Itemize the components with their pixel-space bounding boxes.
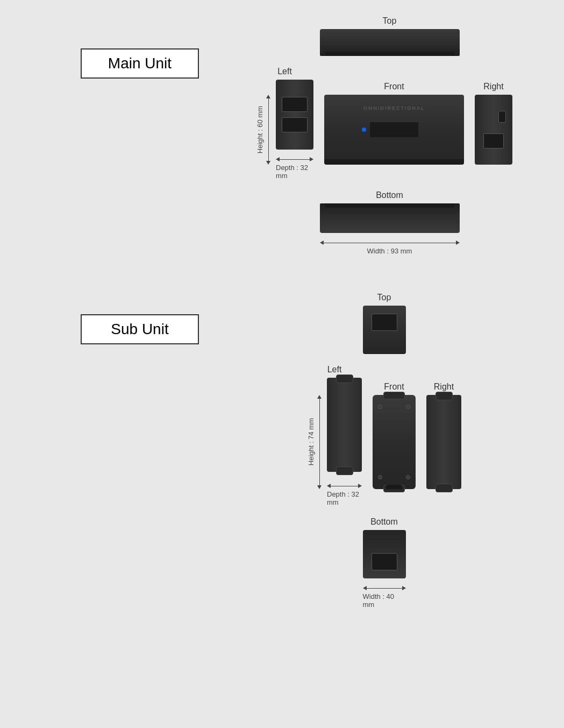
sub-front-clip-top [383, 392, 405, 399]
sub-top-view: Top [363, 293, 406, 354]
main-height-label: Height : 60 mm [256, 106, 264, 153]
sub-bottom-label: Bottom [370, 517, 398, 527]
main-front-label: Front [384, 82, 404, 91]
sub-left-label: Left [327, 365, 342, 374]
sub-width-arrow-right [402, 586, 406, 590]
sub-height-arrow-up [317, 395, 322, 399]
sub-width-arrow-left [363, 586, 367, 590]
sub-right-label: Right [434, 382, 454, 392]
sub-depth-arrow-left [327, 484, 331, 488]
main-unit-section: Main Unit Top Left [22, 16, 542, 255]
sub-front-device [373, 395, 416, 489]
sub-height-label: Height : 74 mm [307, 418, 315, 465]
sub-height-arrow-down [317, 485, 322, 489]
sub-top-label: Top [377, 293, 391, 302]
main-right-label: Right [483, 82, 503, 91]
sub-width-label: Width : 40 mm [363, 592, 406, 609]
main-depth-arrow [276, 157, 313, 161]
sub-bottom-device [363, 530, 406, 578]
height-arrow-up [266, 95, 270, 98]
sub-screw-tl [378, 405, 382, 409]
depth-arrow-left [276, 157, 280, 161]
depth-arrow-right [310, 157, 313, 161]
main-left-device [276, 80, 313, 150]
sub-bottom-port [372, 553, 397, 570]
sub-width-arrow [363, 586, 406, 590]
brand-text: OMNIDIRECTIONAL [363, 105, 425, 111]
main-bottom-view: Bottom Width : 93 mm [320, 190, 460, 255]
sub-depth-arrow-right [358, 484, 362, 488]
sub-screw-bl [378, 475, 382, 479]
main-width-arrow [320, 241, 460, 245]
sub-screw-tr [406, 405, 410, 409]
main-top-view: Top [320, 16, 460, 56]
height-arrow-down [266, 161, 270, 165]
sub-unit-label: Sub Unit [81, 314, 199, 344]
width-arrow-right [456, 241, 460, 245]
sub-front-clip-bottom [383, 485, 405, 492]
main-top-label: Top [383, 16, 397, 26]
main-front-slot [370, 122, 418, 137]
main-left-port2 [282, 117, 308, 132]
sub-front-label: Front [384, 382, 404, 392]
sub-bottom-view: Bottom Width : 40 mm [363, 517, 406, 609]
main-unit-label: Main Unit [81, 48, 199, 79]
sub-top-device [363, 306, 406, 354]
main-width-label: Width : 93 mm [367, 247, 412, 255]
sub-screw-br [406, 475, 410, 479]
main-depth-label: Depth : 32 mm [276, 164, 313, 180]
sub-right-device [426, 395, 461, 489]
width-arrow-left [320, 241, 324, 245]
sub-unit-section: Sub Unit Top Left [22, 293, 542, 609]
main-bottom-device [320, 203, 460, 233]
main-bottom-label: Bottom [376, 190, 403, 200]
main-left-label: Left [277, 67, 292, 76]
sub-left-device [327, 378, 362, 472]
main-front-device: OMNIDIRECTIONAL [324, 95, 464, 165]
main-left-port1 [282, 97, 308, 112]
sub-depth-arrow [327, 484, 362, 488]
main-right-eth [483, 133, 504, 149]
main-top-device [320, 29, 460, 56]
main-right-usb [498, 111, 506, 123]
sub-top-port [372, 314, 397, 331]
sub-depth-label: Depth : 32 mm [327, 490, 362, 506]
main-right-device [475, 95, 512, 165]
